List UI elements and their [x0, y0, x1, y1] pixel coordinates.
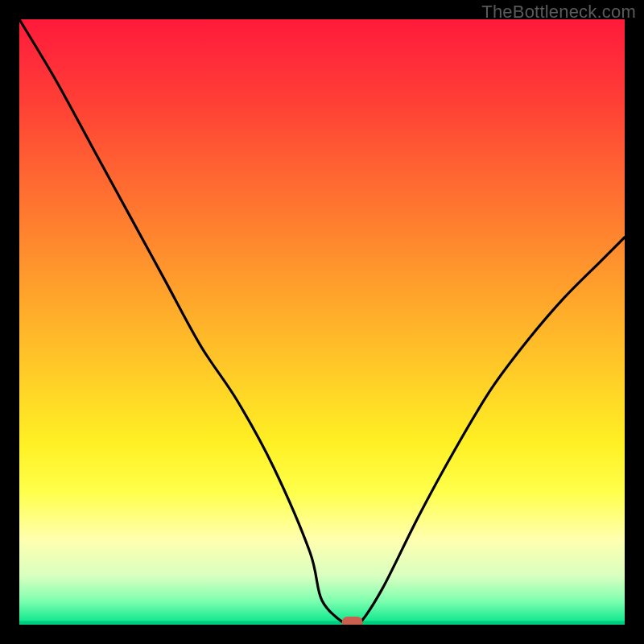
curve-svg [19, 19, 625, 625]
minimum-marker [342, 617, 363, 625]
chart-container: TheBottleneck.com [0, 0, 644, 644]
bottleneck-curve [19, 19, 625, 625]
plot-area [19, 19, 625, 625]
